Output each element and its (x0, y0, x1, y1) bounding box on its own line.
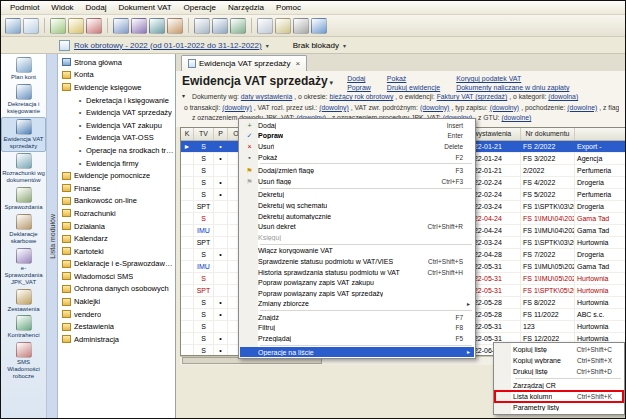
reports-icon[interactable] (167, 18, 183, 34)
collapse-arrow-icon[interactable]: ▾ (182, 92, 190, 103)
header-link-0-0[interactable]: Dodaj (347, 75, 371, 82)
tree-item-4[interactable]: •Ewidencja VAT sprzedaży (58, 106, 175, 119)
tree-item-6[interactable]: •Ewidencja VAT-OSS (58, 132, 175, 145)
tab-ewidencja-vat-sprzedazy[interactable]: Ewidencja VAT sprzedaży × (181, 55, 307, 71)
context-menu-item[interactable]: ×UsuńDelete (240, 141, 474, 152)
tree-item-19[interactable]: Naklejki (58, 295, 175, 308)
menubar-item-3[interactable]: Dokument VAT (113, 2, 178, 13)
submenu-item-lista-kolumn[interactable]: Lista kolumnCtrl+Shift+K (495, 391, 623, 402)
tree-item-2[interactable]: Ewidencje księgowe (58, 81, 175, 94)
context-menu-item[interactable]: Dekretuj automatycznie (240, 211, 474, 222)
filter-link[interactable]: (dowolna) (548, 92, 578, 103)
find-icon[interactable] (194, 18, 210, 34)
column-header-2[interactable]: P (214, 128, 228, 140)
filter-link[interactable]: (dowolny) (319, 103, 348, 114)
module-item-4[interactable]: Sprawozdania (1, 186, 46, 213)
context-menu-item[interactable]: ZnajdźF7 (240, 312, 474, 323)
context-menu-item[interactable]: ⚑Usuń flagęCtrl+F3 (240, 176, 474, 187)
context-menu-item[interactable]: ▪PokażF2 (240, 152, 474, 163)
tree-item-22[interactable]: Administracja (58, 333, 175, 346)
menubar-item-2[interactable]: Dodaj (80, 2, 113, 13)
tree-item-3[interactable]: •Dekretacja i księgowanie (58, 94, 175, 107)
context-menu-item[interactable]: ✓PoprawEnter (240, 131, 474, 142)
settings-icon[interactable] (293, 18, 309, 34)
filter-link[interactable]: (dowolny) (420, 103, 449, 114)
menubar-item-5[interactable]: Narzędzia (222, 2, 270, 13)
context-menu-item[interactable]: Kopiuj wybraneCtrl+Shift+X (495, 355, 623, 366)
context-menu-item[interactable]: Księguj (240, 232, 474, 243)
tree-item-8[interactable]: •Ewidencja firmy (58, 157, 175, 170)
filter-link[interactable]: (dowolne) (501, 113, 531, 124)
chevron-down-icon[interactable]: ▾ (330, 79, 334, 86)
filter-link[interactable]: daty wystawienia (241, 92, 292, 103)
ledger-icon[interactable] (131, 18, 147, 34)
tree-item-15[interactable]: Kartoteki (58, 245, 175, 258)
context-menu-item[interactable]: Dekretuj wg schematu (240, 200, 474, 211)
tree-item-9[interactable]: Ewidencje pomocnicze (58, 169, 175, 182)
column-header-1[interactable]: TV (194, 128, 214, 140)
tree-item-11[interactable]: Bankowość on-line (58, 195, 175, 208)
module-item-6[interactable]: e-Sprawozdania JPK_VAT (1, 247, 46, 288)
menubar-item-0[interactable]: Podmiot (4, 2, 45, 13)
context-menu-item[interactable]: PrzeglądajF5 (240, 333, 474, 344)
filter-link[interactable]: (dowolny) (490, 103, 519, 114)
header-link-2-0[interactable]: Koryguj podatek VAT (456, 75, 569, 82)
delete-document-icon[interactable] (86, 18, 102, 34)
module-strip[interactable]: Lista modułów (47, 54, 58, 418)
module-item-1[interactable]: Dekretacja i księgowanie (1, 83, 46, 117)
tree-item-12[interactable]: Rozrachunki (58, 207, 175, 220)
header-link-1-0[interactable]: Pokaż (387, 75, 440, 82)
chevron-down-icon[interactable]: ▾ (266, 42, 269, 49)
fiscal-year-icon[interactable] (23, 18, 39, 34)
tree-item-13[interactable]: Działania (58, 220, 175, 233)
filter-icon[interactable] (212, 18, 228, 34)
menubar-item-6[interactable]: Pomoc (270, 2, 307, 13)
vat-register-icon[interactable] (149, 18, 165, 34)
chevron-down-icon[interactable]: ▾ (343, 42, 346, 49)
help-icon[interactable] (311, 18, 327, 34)
module-item-7[interactable]: Zestawienia (1, 288, 46, 315)
company-icon[interactable] (5, 18, 21, 34)
tree-item-17[interactable]: Wiadomości SMS (58, 270, 175, 283)
context-menu-item[interactable]: Włącz korygowanie VAT (240, 246, 474, 257)
header-link-0-1[interactable]: Popraw (347, 84, 371, 91)
refresh-icon[interactable] (230, 18, 246, 34)
context-menu-item[interactable]: Historia sprawdzania statusu podmiotu w … (240, 267, 474, 278)
filter-link[interactable]: Faktury VAT (sprzedaż) (437, 92, 508, 103)
tree-item-0[interactable]: Strona główna (58, 56, 175, 69)
context-menu-item[interactable]: Zarządzaj CR (495, 380, 623, 391)
menubar-item-4[interactable]: Operacje (178, 2, 222, 13)
context-menu-item[interactable]: Drukuj listęCtrl+Shift+D (495, 366, 623, 377)
tree-item-10[interactable]: Finanse (58, 182, 175, 195)
tree-item-21[interactable]: Zestawienia (58, 320, 175, 333)
filter-link[interactable]: bieżący rok obrotowy (329, 92, 393, 103)
header-link-2-1[interactable]: Dokumenty naliczane w dniu zapłaty (456, 84, 569, 91)
mail-icon[interactable] (275, 18, 291, 34)
tree-item-16[interactable]: Deklaracje i e-Sprawozdawczość (58, 258, 175, 271)
tree-item-18[interactable]: Ochrona danych osobowych (58, 283, 175, 296)
column-header-10[interactable]: Nr dokumentu (521, 128, 575, 140)
context-menu-item[interactable]: ⚑Dodaj/zmień flagęF3 (240, 165, 474, 176)
context-menu-item[interactable]: Sprawdzenie statusu podmiotu w VAT/VIESC… (240, 256, 474, 267)
context-menu-item[interactable]: +DodajInsert (240, 120, 474, 131)
close-icon[interactable]: × (296, 59, 301, 68)
edit-document-icon[interactable] (68, 18, 84, 34)
filter-link[interactable]: (dowolne) (567, 103, 597, 114)
module-item-9[interactable]: SMS Wiadomości robocze (1, 341, 46, 382)
tree-item-5[interactable]: •Ewidencja VAT zakupu (58, 119, 175, 132)
column-header-0[interactable]: K (181, 128, 194, 140)
context-menu-item-operacje-na-liscie[interactable]: Operacje na liście► (240, 347, 474, 358)
lock-status[interactable]: Brak blokady (293, 41, 339, 50)
tree-item-20[interactable]: vendero (58, 308, 175, 321)
context-menu-item[interactable]: Popraw powiązany zapis VAT zakupu (240, 277, 474, 288)
decree-icon[interactable] (113, 18, 129, 34)
menubar-item-1[interactable]: Widok (45, 2, 79, 13)
fiscal-year-selector[interactable]: Rok obrotowy - 2022 (od 01-01-2022 do 31… (74, 41, 262, 50)
module-item-8[interactable]: Kontrahenci (1, 314, 46, 341)
module-item-2[interactable]: Ewidencja VAT sprzedaży (1, 117, 46, 153)
column-header-11[interactable] (575, 128, 625, 140)
context-menu-item[interactable]: Usuń dekretCtrl+Shift+R (240, 221, 474, 232)
header-link-1-1[interactable]: Drukuj ewidencje (387, 84, 440, 91)
context-menu-item[interactable]: Popraw powiązany zapis VAT sprzedaży (240, 288, 474, 299)
context-menu-item[interactable]: Zmiany zbiorcze► (240, 299, 474, 310)
